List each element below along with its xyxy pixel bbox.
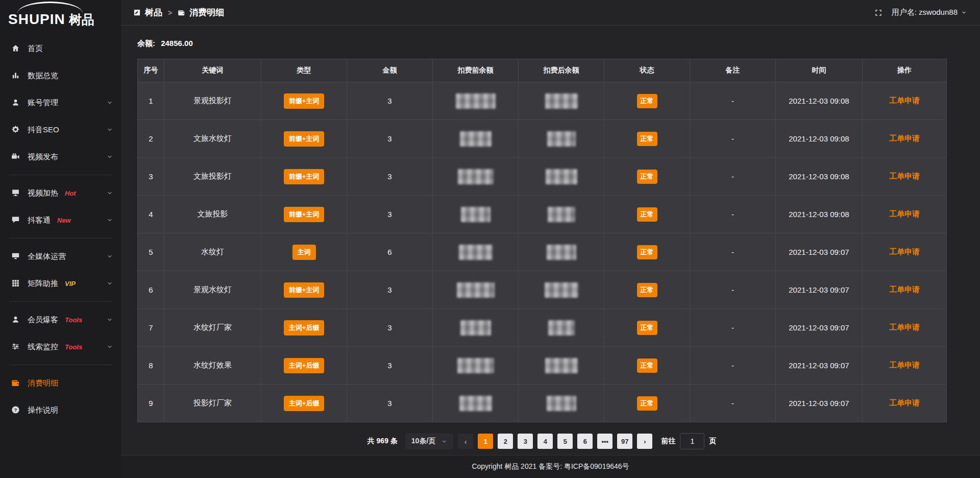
sidebar-item-account-management[interactable]: 账号管理 xyxy=(0,92,121,113)
sidebar-item-douyin-seo[interactable]: 抖音SEO xyxy=(0,119,121,140)
sidebar-item-matrix-boost[interactable]: 矩阵助推VIP xyxy=(0,273,121,294)
goto-unit-label: 页 xyxy=(709,437,716,446)
sidebar-item-lead-monitor[interactable]: 线索监控Tools xyxy=(0,336,121,357)
cell-time: 2021-12-03 09:07 xyxy=(776,309,863,347)
table-row: 6景观水纹灯前缀+主词3正常-2021-12-03 09:07工单申请 xyxy=(138,271,947,309)
page-button-3[interactable]: 3 xyxy=(518,434,533,449)
cell-keyword: 景观水纹灯 xyxy=(164,271,261,309)
cell-action: 工单申请 xyxy=(863,196,947,233)
breadcrumb-label: 树品 xyxy=(145,7,162,18)
consume-table-wrap: 序号关键词类型金额扣费前余额扣费后余额状态备注时间操作 1景观投影灯前缀+主词3… xyxy=(137,59,946,422)
work-order-link[interactable]: 工单申请 xyxy=(889,247,920,256)
cell-amount: 3 xyxy=(347,82,433,120)
sidebar-item-douketong[interactable]: 抖客通New xyxy=(0,209,121,231)
balance-value: 24856.00 xyxy=(161,39,193,47)
logo-text-en: SHUPIN xyxy=(8,11,65,28)
cell-balance-after xyxy=(519,120,604,158)
cell-balance-after xyxy=(519,385,604,422)
next-page-button[interactable]: › xyxy=(637,434,652,449)
user-icon xyxy=(11,98,20,107)
more-pages-button[interactable]: ••• xyxy=(597,434,612,449)
cell-status: 正常 xyxy=(604,196,690,233)
masked-balance-before xyxy=(457,282,495,298)
sidebar-item-consume-detail[interactable]: 消费明细 xyxy=(0,372,121,394)
type-badge: 主词+后缀 xyxy=(284,358,325,373)
cell-status: 正常 xyxy=(604,82,690,120)
masked-balance-after xyxy=(547,131,576,147)
sidebar-item-label: 视频加热 xyxy=(28,188,58,198)
cell-note: - xyxy=(690,271,776,309)
goto-page: 前往 页 xyxy=(661,433,716,449)
sidebar-item-badge: Tools xyxy=(65,343,82,351)
cell-note: - xyxy=(690,233,776,271)
camera-icon xyxy=(11,152,20,161)
page-button-5[interactable]: 5 xyxy=(557,434,573,449)
cell-index: 9 xyxy=(138,385,164,422)
work-order-link[interactable]: 工单申请 xyxy=(889,285,920,294)
grid-icon xyxy=(11,279,20,288)
cell-balance-before xyxy=(433,233,519,271)
work-order-link[interactable]: 工单申请 xyxy=(889,361,920,369)
masked-balance-before xyxy=(460,131,492,147)
page-button-1[interactable]: 1 xyxy=(478,434,493,449)
prev-page-button[interactable]: ‹ xyxy=(458,434,473,449)
sidebar-item-omni-media[interactable]: 全媒体运营 xyxy=(0,246,121,267)
work-order-link[interactable]: 工单申请 xyxy=(889,398,920,407)
sidebar-item-label: 线索监控 xyxy=(28,342,58,352)
masked-balance-before xyxy=(461,207,491,222)
cell-action: 工单申请 xyxy=(863,82,947,120)
sidebar: SHUPIN 树品 首页数据总览账号管理抖音SEO视频发布视频加热Hot抖客通N… xyxy=(0,0,121,478)
cell-type: 前缀+主词 xyxy=(261,196,347,233)
page-button-97[interactable]: 97 xyxy=(617,434,632,449)
column-header: 扣费前余额 xyxy=(433,59,519,82)
column-header: 状态 xyxy=(604,59,690,82)
page-size-select[interactable]: 10条/页 xyxy=(405,433,453,449)
work-order-link[interactable]: 工单申请 xyxy=(889,96,920,105)
goto-page-input[interactable] xyxy=(680,433,704,449)
table-header-row: 序号关键词类型金额扣费前余额扣费后余额状态备注时间操作 xyxy=(138,59,947,82)
sidebar-item-video-publish[interactable]: 视频发布 xyxy=(0,146,121,168)
work-order-link[interactable]: 工单申请 xyxy=(889,209,920,218)
cell-balance-after xyxy=(519,82,604,120)
masked-balance-before xyxy=(459,245,493,260)
cell-note: - xyxy=(690,309,776,347)
sidebar-item-video-heat[interactable]: 视频加热Hot xyxy=(0,182,121,204)
cell-balance-after xyxy=(519,347,604,385)
breadcrumb: 树品 > 消费明细 xyxy=(133,7,224,18)
cell-index: 2 xyxy=(138,120,164,158)
work-order-link[interactable]: 工单申请 xyxy=(889,323,920,331)
sidebar-item-badge: VIP xyxy=(65,280,76,288)
type-badge: 前缀+主词 xyxy=(284,131,325,147)
sidebar-item-member-baoke[interactable]: 会员爆客Tools xyxy=(0,309,121,330)
breadcrumb-item-home[interactable]: 树品 xyxy=(133,7,162,18)
type-badge: 主词 xyxy=(292,245,316,260)
cell-index: 7 xyxy=(138,309,164,347)
pagination: 共 969 条 10条/页 ‹123456•••97› 前往 页 xyxy=(137,433,946,449)
gear-icon xyxy=(11,125,20,134)
breadcrumb-item-current[interactable]: 消费明细 xyxy=(178,7,224,18)
page-button-6[interactable]: 6 xyxy=(577,434,593,449)
cell-note: - xyxy=(690,120,776,158)
cell-balance-after xyxy=(519,271,604,309)
status-badge: 正常 xyxy=(637,207,657,222)
work-order-link[interactable]: 工单申请 xyxy=(889,134,920,142)
fullscreen-icon[interactable] xyxy=(874,9,883,17)
cell-balance-after xyxy=(519,309,604,347)
sidebar-item-label: 首页 xyxy=(28,44,43,54)
page-button-2[interactable]: 2 xyxy=(498,434,513,449)
sidebar-item-operation-guide[interactable]: ?操作说明 xyxy=(0,399,121,421)
sidebar-item-label: 操作说明 xyxy=(28,405,58,415)
cell-time: 2021-12-03 09:08 xyxy=(776,158,863,196)
user-dropdown[interactable]: 用户名: zswodun88 xyxy=(892,8,967,17)
chevron-down-icon xyxy=(107,344,113,350)
sidebar-item-home[interactable]: 首页 xyxy=(0,38,121,59)
cell-time: 2021-12-03 09:08 xyxy=(776,82,863,120)
sidebar-item-data-overview[interactable]: 数据总览 xyxy=(0,65,121,86)
sidebar-item-label: 全媒体运营 xyxy=(28,252,66,261)
cell-keyword: 水纹灯 xyxy=(164,233,261,271)
cell-time: 2021-12-03 09:07 xyxy=(776,271,863,309)
page-button-4[interactable]: 4 xyxy=(537,434,553,449)
status-badge: 正常 xyxy=(637,283,657,297)
cell-balance-before xyxy=(433,120,519,158)
work-order-link[interactable]: 工单申请 xyxy=(889,172,920,180)
